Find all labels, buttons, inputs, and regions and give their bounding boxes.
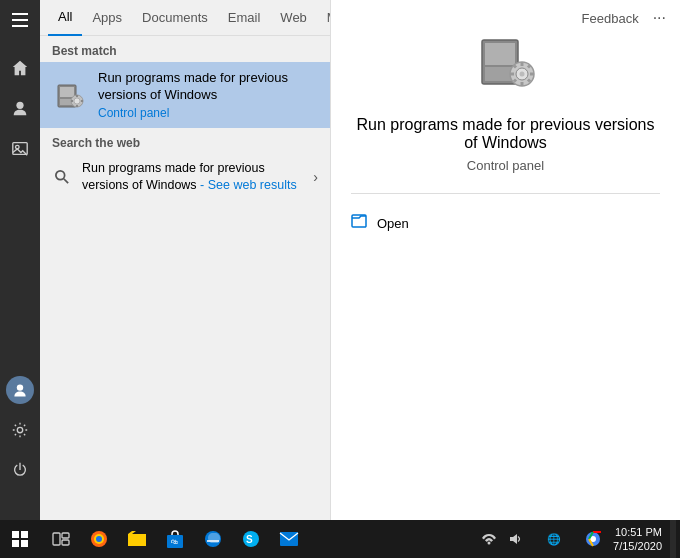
svg-rect-39 bbox=[12, 540, 19, 547]
sidebar-power-button[interactable] bbox=[0, 450, 40, 490]
taskbar-edge-icon[interactable] bbox=[196, 520, 230, 558]
tray-network-icon[interactable] bbox=[477, 520, 501, 558]
sidebar-item-home[interactable] bbox=[0, 48, 40, 88]
svg-rect-2 bbox=[12, 25, 28, 27]
svg-rect-1 bbox=[12, 19, 28, 21]
svg-point-3 bbox=[16, 102, 23, 109]
svg-rect-34 bbox=[352, 215, 366, 227]
sidebar bbox=[0, 0, 40, 520]
tab-apps[interactable]: Apps bbox=[82, 0, 132, 36]
open-button[interactable]: Open bbox=[351, 210, 660, 236]
best-match-label: Best match bbox=[40, 36, 330, 62]
right-panel-icon bbox=[466, 20, 546, 100]
more-options-button[interactable]: ··· bbox=[647, 5, 672, 31]
svg-text:🛍: 🛍 bbox=[171, 538, 178, 545]
taskbar-mail-icon[interactable] bbox=[272, 520, 306, 558]
svg-rect-37 bbox=[12, 531, 19, 538]
taskbar-store-icon[interactable]: 🛍 bbox=[158, 520, 192, 558]
web-result-arrow: › bbox=[313, 169, 318, 185]
svg-point-54 bbox=[488, 542, 491, 545]
best-match-text: Run programs made for previous versions … bbox=[98, 70, 318, 120]
svg-rect-27 bbox=[520, 82, 523, 86]
svg-rect-47 bbox=[128, 534, 146, 546]
svg-rect-41 bbox=[53, 533, 60, 545]
svg-rect-53 bbox=[280, 532, 298, 546]
main-area: All Apps Documents Email Web More ▾ Best… bbox=[40, 0, 680, 520]
sidebar-item-people[interactable] bbox=[0, 88, 40, 128]
taskbar-firefox-icon[interactable] bbox=[82, 520, 116, 558]
right-panel: Feedback ··· Run bbox=[330, 0, 680, 520]
svg-rect-17 bbox=[81, 100, 83, 102]
search-icon bbox=[52, 167, 72, 187]
sidebar-settings-button[interactable] bbox=[0, 410, 40, 450]
svg-rect-16 bbox=[71, 100, 73, 102]
tab-web[interactable]: Web bbox=[270, 0, 317, 36]
taskbar-skype-icon[interactable]: S bbox=[234, 520, 268, 558]
svg-point-18 bbox=[56, 171, 65, 180]
best-match-item[interactable]: Run programs made for previous versions … bbox=[40, 62, 330, 128]
open-label: Open bbox=[377, 216, 409, 231]
taskbar-pinned-apps: 🛍 S bbox=[44, 520, 306, 558]
svg-rect-38 bbox=[21, 531, 28, 538]
tab-all[interactable]: All bbox=[48, 0, 82, 36]
svg-rect-21 bbox=[485, 43, 515, 65]
tabs-bar: All Apps Documents Email Web More ▾ bbox=[40, 0, 330, 36]
svg-rect-43 bbox=[62, 540, 69, 545]
svg-line-19 bbox=[64, 179, 68, 183]
svg-text:S: S bbox=[246, 534, 253, 545]
svg-rect-40 bbox=[21, 540, 28, 547]
web-result-item[interactable]: Run programs made for previous versions … bbox=[40, 154, 330, 201]
svg-rect-0 bbox=[12, 13, 28, 15]
tray-chrome-icon[interactable] bbox=[581, 520, 605, 558]
tray-weather-icon[interactable]: 🌐 bbox=[529, 520, 579, 558]
start-button[interactable] bbox=[0, 520, 40, 558]
show-desktop-button[interactable] bbox=[670, 520, 676, 558]
sidebar-avatar[interactable] bbox=[0, 370, 40, 410]
svg-point-6 bbox=[17, 384, 23, 390]
taskbar-tray: 🌐 10:51 PM 7/15/2020 bbox=[477, 520, 680, 558]
left-panel: All Apps Documents Email Web More ▾ Best… bbox=[40, 0, 330, 520]
svg-point-7 bbox=[17, 427, 22, 432]
right-panel-title: Run programs made for previous versions … bbox=[351, 116, 660, 152]
tab-email[interactable]: Email bbox=[218, 0, 271, 36]
web-section-label: Search the web bbox=[40, 128, 330, 154]
open-icon bbox=[351, 214, 367, 232]
svg-rect-29 bbox=[530, 73, 534, 76]
feedback-button[interactable]: Feedback bbox=[574, 7, 647, 30]
best-match-app-icon bbox=[52, 77, 88, 113]
divider bbox=[351, 193, 660, 194]
svg-rect-42 bbox=[62, 533, 69, 538]
taskbar-explorer-icon[interactable] bbox=[120, 520, 154, 558]
header-buttons: Feedback ··· bbox=[574, 0, 680, 36]
taskbar-taskview-icon[interactable] bbox=[44, 520, 78, 558]
taskbar: 🛍 S bbox=[0, 520, 680, 558]
svg-rect-14 bbox=[76, 95, 78, 97]
sidebar-item-photos[interactable] bbox=[0, 128, 40, 168]
taskbar-clock[interactable]: 10:51 PM 7/15/2020 bbox=[607, 525, 668, 554]
tab-documents[interactable]: Documents bbox=[132, 0, 218, 36]
web-result-text: Run programs made for previous versions … bbox=[82, 160, 313, 195]
svg-point-46 bbox=[96, 536, 102, 542]
svg-rect-26 bbox=[520, 62, 523, 66]
svg-point-13 bbox=[74, 98, 80, 104]
svg-rect-10 bbox=[60, 87, 74, 97]
tray-volume-icon[interactable] bbox=[503, 520, 527, 558]
hamburger-button[interactable] bbox=[0, 0, 40, 40]
svg-rect-28 bbox=[510, 73, 514, 76]
svg-point-25 bbox=[519, 72, 524, 77]
right-panel-subtitle: Control panel bbox=[467, 158, 544, 173]
svg-rect-15 bbox=[76, 105, 78, 107]
